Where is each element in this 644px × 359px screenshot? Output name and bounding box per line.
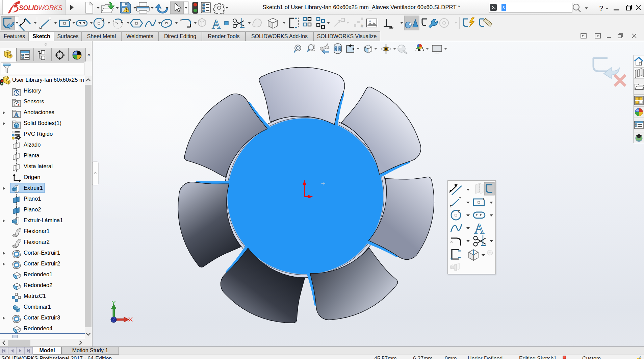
svg-text:A: A [212,17,221,31]
svg-text:?: ? [599,4,603,12]
svg-text:#: # [361,23,363,29]
svg-text:A: A [14,111,19,118]
svg-text:SOLID: SOLID [19,4,38,11]
svg-text:A: A [474,221,485,236]
svg-text:WORKS: WORKS [38,4,62,11]
